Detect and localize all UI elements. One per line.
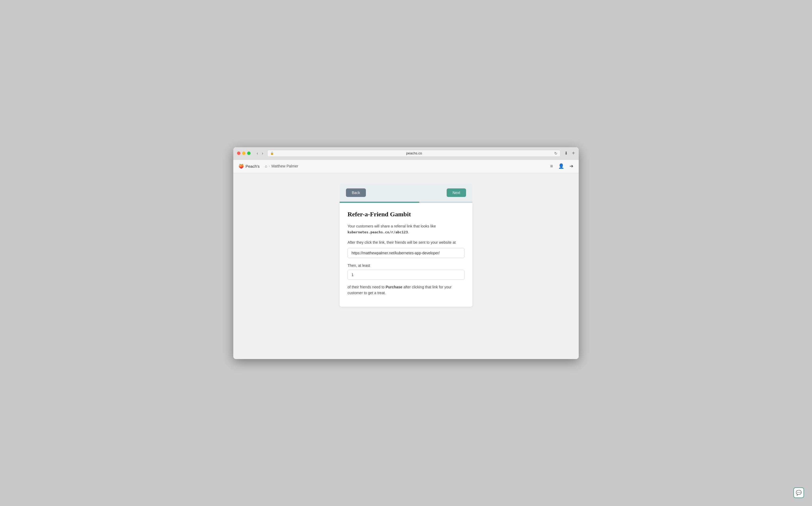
lock-icon: 🔒 (270, 152, 274, 155)
app-header: 🍑 Peach's ⌂ › Matthew Palmer ≡ 👤 ➜ (233, 160, 579, 173)
browser-actions: ⬇ (563, 150, 569, 156)
forward-nav-button[interactable]: › (260, 151, 264, 156)
logout-icon[interactable]: ➜ (569, 163, 573, 169)
period: . (408, 230, 409, 234)
browser-window: ‹ › 🔒 peachs.co ↻ ⬇ + 🍑 Peach's ⌂ › Matt… (233, 147, 579, 359)
wizard-title: Refer-a-Friend Gambit (348, 211, 464, 218)
nav-buttons: ‹ › (255, 151, 265, 156)
app-logo: 🍑 Peach's (239, 164, 260, 169)
address-bar[interactable]: 🔒 peachs.co ↻ (267, 150, 561, 157)
purchase-bold: Purchase (385, 285, 402, 289)
example-link: kubernetes.peachs.co/r/abc123 (348, 230, 408, 234)
user-icon[interactable]: 👤 (558, 163, 564, 169)
description-1-text: Your customers will share a referral lin… (348, 224, 436, 228)
close-button[interactable] (237, 152, 241, 155)
website-url-input[interactable] (348, 248, 464, 258)
browser-titlebar: ‹ › 🔒 peachs.co ↻ ⬇ + (233, 147, 579, 159)
progress-bar-fill (340, 202, 419, 203)
peach-icon: 🍑 (239, 164, 244, 169)
label-at-least: Then, at least (348, 263, 464, 268)
description-3-prefix: of their friends need to (348, 285, 385, 289)
wizard-header: Back Next (340, 184, 472, 202)
reload-button[interactable]: ↻ (554, 151, 557, 156)
traffic-lights (237, 152, 251, 155)
app-name: Peach's (246, 164, 260, 168)
wizard-container: Back Next Refer-a-Friend Gambit Your cus… (340, 184, 472, 348)
back-button[interactable]: Back (346, 188, 366, 197)
breadcrumb-separator: › (269, 164, 270, 168)
wizard-description-3: of their friends need to Purchase after … (348, 284, 464, 296)
wizard-description-1: Your customers will share a referral lin… (348, 223, 464, 235)
breadcrumb: ⌂ › Matthew Palmer (265, 164, 298, 168)
breadcrumb-page: Matthew Palmer (271, 164, 298, 168)
chat-widget[interactable]: 💬 (793, 487, 804, 498)
quantity-input[interactable] (348, 270, 464, 280)
new-tab-button[interactable]: + (572, 150, 575, 156)
maximize-button[interactable] (247, 152, 251, 155)
wizard-description-2: After they click the link, their friends… (348, 240, 464, 245)
next-button[interactable]: Next (447, 188, 466, 197)
minimize-button[interactable] (242, 152, 246, 155)
url-text: peachs.co (276, 151, 553, 155)
main-content: Back Next Refer-a-Friend Gambit Your cus… (233, 173, 579, 359)
chat-icon: 💬 (796, 490, 802, 496)
wizard-body: Refer-a-Friend Gambit Your customers wil… (340, 203, 472, 307)
downloads-button[interactable]: ⬇ (563, 150, 569, 156)
back-nav-button[interactable]: ‹ (255, 151, 259, 156)
header-actions: ≡ 👤 ➜ (550, 163, 573, 169)
progress-bar-container (340, 202, 472, 203)
menu-icon[interactable]: ≡ (550, 163, 553, 169)
browser-chrome: ‹ › 🔒 peachs.co ↻ ⬇ + (233, 147, 579, 160)
home-breadcrumb[interactable]: ⌂ (265, 164, 267, 168)
